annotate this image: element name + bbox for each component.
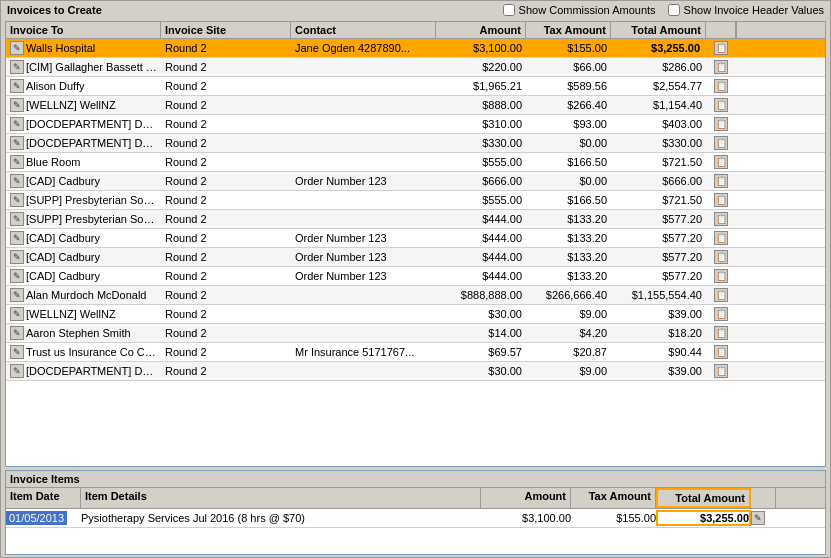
- invoice-to-text: [CAD] Cadbury: [26, 251, 157, 263]
- document-icon[interactable]: 📋: [714, 193, 728, 207]
- date-value: 01/05/2013: [6, 511, 67, 525]
- edit-icon[interactable]: ✎: [10, 79, 24, 93]
- col-item-date: 01/05/2013: [6, 512, 81, 524]
- table-row[interactable]: ✎[WELLNZ] WellNZRound 2$30.00$9.00$39.00…: [6, 305, 825, 324]
- table-row[interactable]: ✎Walls HospitalRound 2Jane Ogden 4287890…: [6, 39, 825, 58]
- col-invoice-site: Round 2: [161, 288, 291, 302]
- edit-icon[interactable]: ✎: [10, 117, 24, 131]
- document-icon[interactable]: 📋: [714, 307, 728, 321]
- col-contact: [291, 218, 436, 220]
- col-total: $577.20: [611, 269, 706, 283]
- table-row[interactable]: ✎[WELLNZ] WellNZRound 2$888.00$266.40$1,…: [6, 96, 825, 115]
- col-tax: $133.20: [526, 269, 611, 283]
- table-row[interactable]: ✎Alison DuffyRound 2$1,965.21$589.56$2,5…: [6, 77, 825, 96]
- edit-icon[interactable]: ✎: [10, 250, 24, 264]
- col-contact: [291, 142, 436, 144]
- col-contact: [291, 66, 436, 68]
- invoice-to-text: [CIM] Gallagher Bassett NZ ...: [26, 61, 157, 73]
- col-total: $39.00: [611, 364, 706, 378]
- table-row[interactable]: ✎[CAD] CadburyRound 2Order Number 123$44…: [6, 248, 825, 267]
- items-table-header: Item Date Item Details Amount Tax Amount…: [6, 488, 825, 509]
- show-invoice-header-checkbox[interactable]: [668, 4, 680, 16]
- col-invoice-to: ✎[CAD] Cadbury: [6, 230, 161, 246]
- col-invoice-to: ✎[CIM] Gallagher Bassett NZ ...: [6, 59, 161, 75]
- document-icon[interactable]: 📋: [714, 174, 728, 188]
- document-icon[interactable]: 📋: [714, 41, 728, 55]
- table-row[interactable]: ✎[CIM] Gallagher Bassett NZ ...Round 2$2…: [6, 58, 825, 77]
- document-icon[interactable]: 📋: [714, 79, 728, 93]
- col-tax: $133.20: [526, 250, 611, 264]
- table-row[interactable]: ✎[SUPP] Presbyterian Southla...Round 2$4…: [6, 210, 825, 229]
- items-header-tax: Tax Amount: [571, 488, 656, 508]
- header-invoice-site: Invoice Site: [161, 22, 291, 38]
- table-row[interactable]: ✎[DOCDEPARTMENT] Depar...Round 2$330.00$…: [6, 134, 825, 153]
- document-icon[interactable]: 📋: [714, 364, 728, 378]
- invoice-to-text: Blue Room: [26, 156, 157, 168]
- col-contact: Order Number 123: [291, 269, 436, 283]
- document-icon[interactable]: 📋: [714, 155, 728, 169]
- col-invoice-site: Round 2: [161, 231, 291, 245]
- edit-icon[interactable]: ✎: [10, 288, 24, 302]
- document-icon[interactable]: 📋: [714, 212, 728, 226]
- document-icon[interactable]: 📋: [714, 60, 728, 74]
- col-invoice-to: ✎Walls Hospital: [6, 40, 161, 56]
- col-invoice-to: ✎[CAD] Cadbury: [6, 268, 161, 284]
- col-contact: [291, 85, 436, 87]
- col-invoice-to: ✎[CAD] Cadbury: [6, 249, 161, 265]
- edit-icon[interactable]: ✎: [10, 212, 24, 226]
- items-header-date: Item Date: [6, 488, 81, 508]
- col-tax: $166.50: [526, 155, 611, 169]
- item-edit-icon[interactable]: ✎: [751, 511, 765, 525]
- table-row[interactable]: ✎[CAD] CadburyRound 2Order Number 123$66…: [6, 172, 825, 191]
- document-icon[interactable]: 📋: [714, 326, 728, 340]
- edit-icon[interactable]: ✎: [10, 98, 24, 112]
- show-commission-checkbox[interactable]: [503, 4, 515, 16]
- table-row[interactable]: ✎Aaron Stephen SmithRound 2$14.00$4.20$1…: [6, 324, 825, 343]
- edit-icon[interactable]: ✎: [10, 41, 24, 55]
- table-row[interactable]: ✎Alan Murdoch McDonaldRound 2$888,888.00…: [6, 286, 825, 305]
- col-actions: 📋: [706, 325, 736, 341]
- edit-icon[interactable]: ✎: [10, 174, 24, 188]
- edit-icon[interactable]: ✎: [10, 364, 24, 378]
- col-invoice-to: ✎Alison Duffy: [6, 78, 161, 94]
- document-icon[interactable]: 📋: [714, 117, 728, 131]
- col-amount: $14.00: [436, 326, 526, 340]
- document-icon[interactable]: 📋: [714, 269, 728, 283]
- col-total: $577.20: [611, 212, 706, 226]
- col-total: $577.20: [611, 250, 706, 264]
- document-icon[interactable]: 📋: [714, 250, 728, 264]
- table-row[interactable]: ✎[DOCDEPARTMENT] Depar...Round 2$310.00$…: [6, 115, 825, 134]
- col-invoice-to: ✎[SUPP] Presbyterian Southla...: [6, 192, 161, 208]
- table-row[interactable]: ✎Trust us Insurance Co Chan...Round 2Mr …: [6, 343, 825, 362]
- document-icon[interactable]: 📋: [714, 345, 728, 359]
- items-row[interactable]: 01/05/2013Pysiotherapy Services Jul 2016…: [6, 509, 825, 528]
- table-row[interactable]: ✎[CAD] CadburyRound 2Order Number 123$44…: [6, 229, 825, 248]
- table-row[interactable]: ✎Blue RoomRound 2$555.00$166.50$721.50📋: [6, 153, 825, 172]
- document-icon[interactable]: 📋: [714, 288, 728, 302]
- top-controls: Show Commission Amounts Show Invoice Hea…: [503, 4, 824, 16]
- col-tax: $0.00: [526, 174, 611, 188]
- items-header-edit: [751, 488, 776, 508]
- col-tax: $133.20: [526, 212, 611, 226]
- edit-icon[interactable]: ✎: [10, 307, 24, 321]
- edit-icon[interactable]: ✎: [10, 345, 24, 359]
- col-total: $330.00: [611, 136, 706, 150]
- table-row[interactable]: ✎[DOCDEPARTMENT] Depar...Round 2$30.00$9…: [6, 362, 825, 381]
- col-contact: [291, 332, 436, 334]
- document-icon[interactable]: 📋: [714, 231, 728, 245]
- invoice-to-text: [SUPP] Presbyterian Southla...: [26, 194, 157, 206]
- edit-icon[interactable]: ✎: [10, 136, 24, 150]
- document-icon[interactable]: 📋: [714, 136, 728, 150]
- edit-icon[interactable]: ✎: [10, 193, 24, 207]
- table-row[interactable]: ✎[CAD] CadburyRound 2Order Number 123$44…: [6, 267, 825, 286]
- header-total-amount: Total Amount: [611, 22, 706, 38]
- edit-icon[interactable]: ✎: [10, 231, 24, 245]
- col-item-amount: $3,100.00: [481, 512, 571, 524]
- edit-icon[interactable]: ✎: [10, 60, 24, 74]
- table-row[interactable]: ✎[SUPP] Presbyterian Southla...Round 2$5…: [6, 191, 825, 210]
- col-invoice-site: Round 2: [161, 193, 291, 207]
- edit-icon[interactable]: ✎: [10, 269, 24, 283]
- edit-icon[interactable]: ✎: [10, 155, 24, 169]
- document-icon[interactable]: 📋: [714, 98, 728, 112]
- edit-icon[interactable]: ✎: [10, 326, 24, 340]
